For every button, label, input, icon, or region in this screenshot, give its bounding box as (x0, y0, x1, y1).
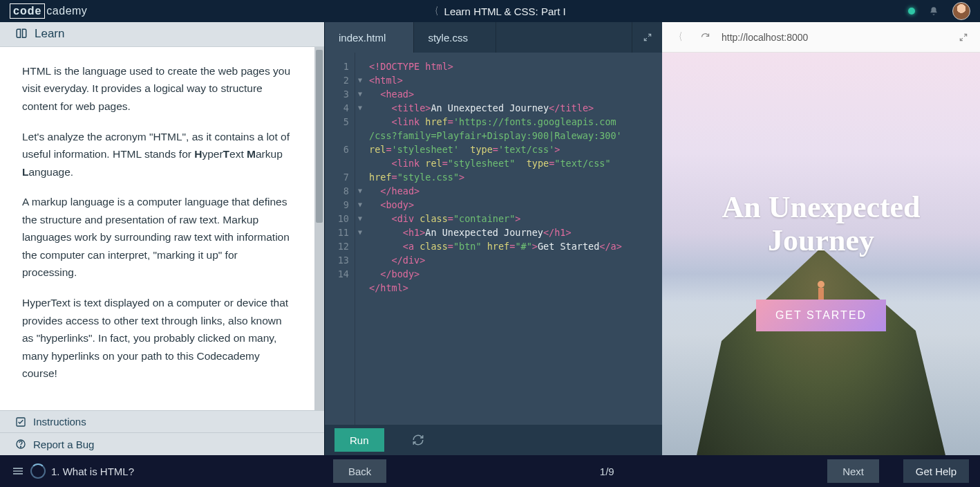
lesson-para: Let's analyze the acronym "HTML", as it … (22, 128, 294, 181)
tab-style-css[interactable]: style.css (414, 22, 496, 53)
topbar: codecademy 〈 Learn HTML & CSS: Part I (0, 0, 980, 22)
refresh-icon (700, 32, 710, 42)
bottombar: 1. What is HTML? Back 1/9 Next Get Help (0, 455, 980, 487)
lesson-header[interactable]: Learn (0, 22, 324, 47)
tab-index-html[interactable]: index.html (325, 22, 414, 53)
avatar[interactable] (952, 2, 970, 20)
expand-icon (643, 33, 652, 42)
line-gutter: 1234567891011121314 (325, 53, 355, 425)
lesson-para: HTML is the language used to create the … (22, 62, 294, 116)
scrollbar[interactable] (314, 47, 324, 410)
logo[interactable]: codecademy (10, 3, 87, 19)
next-button[interactable]: Next (827, 459, 879, 483)
preview-hero-title: An Unexpected Journey (722, 191, 920, 258)
lesson-panel: Learn HTML is the language used to creat… (0, 22, 325, 455)
editor-footer: Run (325, 425, 662, 455)
refresh-icon (412, 434, 424, 446)
question-icon (15, 439, 26, 450)
lesson-body[interactable]: HTML is the language used to create the … (0, 47, 314, 410)
svg-point-2 (20, 446, 21, 447)
scrollbar-thumb[interactable] (316, 50, 323, 223)
logo-boxed: code (10, 3, 45, 19)
main: Learn HTML is the language used to creat… (0, 22, 980, 455)
instructions-section[interactable]: Instructions (0, 410, 324, 433)
browser-back-button[interactable]: 〈 (669, 28, 688, 47)
bottombar-center: Back 1/9 Next (326, 459, 886, 483)
report-bug-section[interactable]: Report a Bug (0, 432, 324, 455)
lesson-title: 1. What is HTML? (51, 466, 134, 477)
status-indicator-icon[interactable] (908, 8, 915, 15)
chevron-left-icon: 〈 (432, 5, 438, 18)
expand-editor-button[interactable] (632, 22, 662, 53)
editor-tabs: index.html style.css (325, 22, 662, 53)
tab-spacer (496, 22, 632, 53)
topbar-right (908, 2, 970, 20)
expand-preview-button[interactable] (954, 28, 973, 47)
checkbox-icon (15, 416, 26, 428)
code-text[interactable]: <!DOCTYPE html><html> <head> <title>An U… (365, 53, 662, 425)
run-button[interactable]: Run (334, 428, 384, 452)
menu-icon[interactable] (11, 466, 25, 476)
chevron-left-icon: 〈 (676, 30, 682, 44)
logo-rest: cademy (46, 5, 87, 17)
bottombar-right: Get Help (886, 459, 969, 483)
bell-icon[interactable] (929, 6, 939, 16)
back-button[interactable]: Back (333, 459, 386, 483)
lesson-para: A markup language is a computer language… (22, 193, 294, 282)
progress-indicator: 1/9 (600, 466, 614, 477)
preview-panel: 〈 http://localhost:8000 An Unexpected Jo… (662, 22, 980, 455)
course-title-text: Learn HTML & CSS: Part I (444, 6, 566, 17)
code-area[interactable]: 1234567891011121314 ▼▼▼▼▼▼▼ <!DOCTYPE ht… (325, 53, 662, 425)
fold-column: ▼▼▼▼▼▼▼ (355, 53, 365, 425)
instructions-label: Instructions (33, 416, 86, 428)
course-title[interactable]: 〈 Learn HTML & CSS: Part I (430, 5, 566, 18)
lesson-para: HyperText is text displayed on a compute… (22, 294, 294, 383)
preview-get-started-button[interactable]: GET STARTED (756, 300, 886, 331)
report-bug-label: Report a Bug (33, 439, 94, 450)
lesson-header-label: Learn (35, 27, 64, 41)
preview-graphic-mountain (697, 248, 945, 455)
expand-icon (959, 33, 968, 42)
browser-bar: 〈 http://localhost:8000 (662, 22, 980, 53)
get-help-button[interactable]: Get Help (903, 459, 969, 483)
book-icon (15, 28, 28, 40)
browser-refresh-button[interactable] (695, 28, 715, 47)
preview-body: An Unexpected Journey GET STARTED (662, 53, 980, 455)
browser-url[interactable]: http://localhost:8000 (722, 32, 947, 43)
editor-panel: index.html style.css 1234567891011121314… (325, 22, 662, 455)
spinner-icon (30, 463, 46, 479)
bottombar-left: 1. What is HTML? (11, 463, 326, 479)
reset-code-button[interactable] (412, 434, 424, 446)
